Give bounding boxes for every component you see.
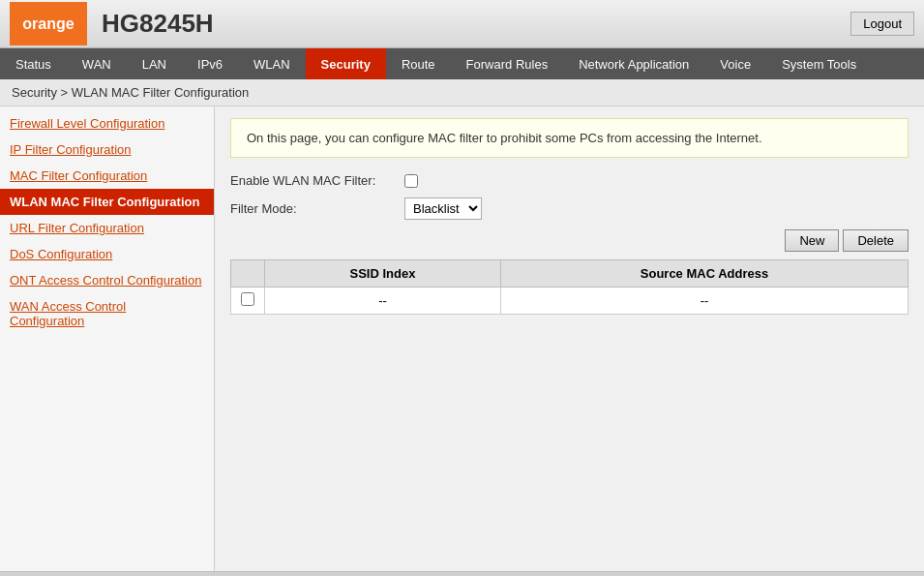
enable-row: Enable WLAN MAC Filter:	[230, 173, 909, 188]
col-check-header	[231, 260, 265, 288]
delete-button[interactable]: Delete	[843, 229, 909, 252]
nav-item-ipv6[interactable]: IPv6	[182, 48, 238, 79]
nav-item-route[interactable]: Route	[386, 48, 451, 79]
logo-text: orange	[22, 15, 74, 33]
logo: orange	[10, 2, 87, 45]
nav-item-security[interactable]: Security	[306, 48, 386, 79]
filter-mode-row: Filter Mode: BlacklistWhitelist	[230, 197, 909, 220]
row-checkbox[interactable]	[241, 292, 254, 306]
enable-label: Enable WLAN MAC Filter:	[230, 173, 404, 188]
nav-item-lan[interactable]: LAN	[127, 48, 182, 79]
sidebar-item-ont-access-control-configuration[interactable]: ONT Access Control Configuration	[0, 267, 214, 293]
row-mac: --	[500, 288, 908, 315]
nav-item-network-application[interactable]: Network Application	[563, 48, 704, 79]
breadcrumb: Security > WLAN MAC Filter Configuration	[0, 79, 924, 106]
logout-button[interactable]: Logout	[850, 12, 914, 36]
nav-item-forward-rules[interactable]: Forward Rules	[451, 48, 564, 79]
nav-item-voice[interactable]: Voice	[704, 48, 766, 79]
enable-checkbox[interactable]	[404, 174, 418, 188]
nav-item-system-tools[interactable]: System Tools	[766, 48, 872, 79]
mac-table-body: ----	[231, 288, 909, 315]
col-ssid-header: SSID Index	[265, 260, 501, 288]
info-text: On this page, you can configure MAC filt…	[247, 131, 762, 145]
content-area: On this page, you can configure MAC filt…	[215, 106, 924, 571]
new-button[interactable]: New	[785, 229, 839, 252]
info-box: On this page, you can configure MAC filt…	[230, 118, 909, 158]
sidebar-item-url-filter-configuration[interactable]: URL Filter Configuration	[0, 215, 214, 241]
sidebar-item-mac-filter-configuration[interactable]: MAC Filter Configuration	[0, 163, 214, 189]
col-mac-header: Source MAC Address	[500, 260, 908, 288]
nav-item-status[interactable]: Status	[0, 48, 67, 79]
filter-mode-control: BlacklistWhitelist	[404, 197, 482, 220]
sidebar-item-wlan-mac-filter-configuration[interactable]: WLAN MAC Filter Configuration	[0, 189, 214, 215]
main-layout: Firewall Level ConfigurationIP Filter Co…	[0, 106, 924, 571]
table-row: ----	[231, 288, 909, 315]
navbar: StatusWANLANIPv6WLANSecurityRouteForward…	[0, 48, 924, 79]
nav-item-wan[interactable]: WAN	[67, 48, 127, 79]
nav-item-wlan[interactable]: WLAN	[238, 48, 306, 79]
buttons-row: New Delete	[230, 229, 909, 252]
filter-mode-label: Filter Mode:	[230, 201, 404, 216]
sidebar: Firewall Level ConfigurationIP Filter Co…	[0, 106, 215, 571]
sidebar-item-firewall-level-configuration[interactable]: Firewall Level Configuration	[0, 110, 214, 136]
sidebar-item-wan-access-control-configuration[interactable]: WAN Access Control Configuration	[0, 293, 214, 334]
header: orange HG8245H Logout	[0, 0, 924, 48]
device-title: HG8245H	[102, 9, 850, 39]
mac-table: SSID Index Source MAC Address ----	[230, 259, 909, 315]
sidebar-item-dos-configuration[interactable]: DoS Configuration	[0, 241, 214, 267]
row-check	[231, 288, 265, 315]
filter-mode-select[interactable]: BlacklistWhitelist	[404, 197, 482, 220]
breadcrumb-text: Security > WLAN MAC Filter Configuration	[12, 85, 249, 100]
enable-control	[404, 174, 418, 188]
footer: H Copyright © Huawei Technologies Co., L…	[0, 571, 924, 576]
row-ssid: --	[265, 288, 501, 315]
table-header-row: SSID Index Source MAC Address	[231, 260, 909, 288]
sidebar-item-ip-filter-configuration[interactable]: IP Filter Configuration	[0, 136, 214, 163]
